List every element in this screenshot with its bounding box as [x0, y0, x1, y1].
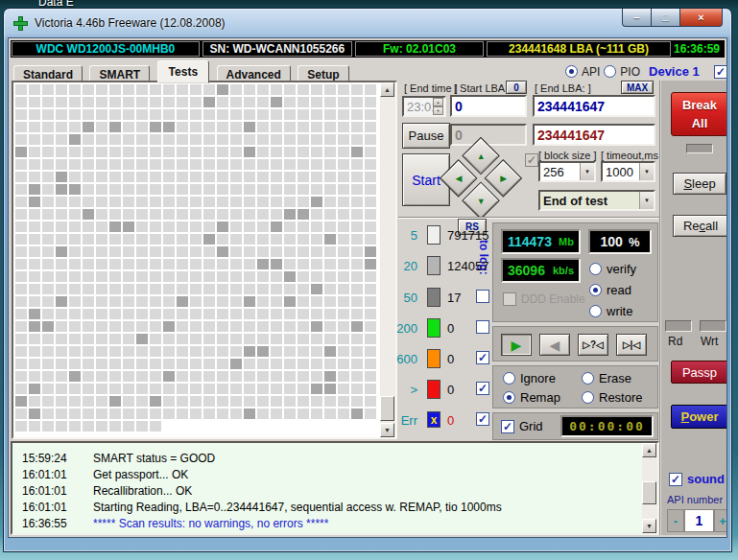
to-log-checkbox-gt[interactable]: ✓	[476, 382, 489, 395]
sound-checkbox[interactable]: ✓	[669, 473, 682, 486]
block-size-label: [ block size ]	[538, 150, 597, 161]
block-size-select[interactable]: 256 ▼	[538, 161, 596, 182]
start-lba-input[interactable]: 0	[450, 95, 527, 117]
app-window: Victoria 4.46b Freeware (12.08.2008) – □…	[3, 8, 732, 552]
log-entry: 16:01:01Get passport... OK	[12, 466, 657, 482]
legend-label: 50	[391, 291, 417, 305]
ignore-radio[interactable]	[503, 372, 515, 385]
grid-option[interactable]: ✓ Grid	[501, 419, 543, 433]
block-map-cells	[14, 83, 379, 436]
to-log-checkbox-600[interactable]: ✓	[476, 351, 489, 364]
break-all-button[interactable]: BreakAll	[671, 92, 727, 136]
to-log-checkbox-err[interactable]: ✓	[476, 412, 489, 426]
ignore-option[interactable]: Ignore	[503, 371, 556, 385]
pause-button[interactable]: Pause	[402, 123, 450, 149]
max-button[interactable]: MAX	[621, 81, 654, 94]
legend-label: 20	[391, 259, 417, 273]
drive-model: WDC WD1200JS-00MHB0	[12, 41, 200, 57]
read-radio[interactable]	[589, 284, 602, 296]
dropdown-icon[interactable]: ▼	[580, 163, 594, 180]
dropdown-icon[interactable]: ▼	[639, 163, 654, 180]
end-action-select[interactable]: End of test ▼	[538, 190, 655, 211]
pio-label: PIO	[620, 65, 640, 79]
legend-label: 200	[391, 321, 417, 336]
back-button[interactable]: ◀	[539, 334, 570, 356]
scroll-up-icon[interactable]: ▲	[380, 82, 394, 97]
recall-button[interactable]: Recall	[673, 215, 727, 237]
api-minus-button[interactable]: -	[667, 509, 684, 532]
defect-action-panel: Ignore Erase Remap Restore	[492, 365, 658, 408]
pio-radio[interactable]	[604, 65, 616, 78]
rd-label: Rd	[668, 335, 682, 348]
title-bar[interactable]: Victoria 4.46b Freeware (12.08.2008) – □…	[4, 9, 731, 37]
legend-value: 17	[447, 291, 461, 305]
timeout-select[interactable]: 1000 ▼	[601, 161, 655, 182]
erase-option[interactable]: Erase	[582, 371, 631, 385]
legend-color-box	[427, 225, 440, 245]
arrow-down-icon: ▼	[477, 196, 486, 205]
seek-end-button[interactable]: ▷|◁	[616, 334, 647, 356]
legend-value: 124057	[447, 259, 488, 273]
legend-value: 0	[447, 352, 454, 366]
drive-info-bar: WDC WD1200JS-00MHB0 SN: WD-WCANN1055266 …	[11, 40, 725, 58]
verify-option[interactable]: verify	[589, 262, 636, 276]
hints-group: ✓ Hints	[714, 65, 727, 79]
stats-panel: 114473 Mb 100 % 36096 kb/s DDD Enable ve…	[492, 222, 658, 322]
device-label: Device 1	[649, 64, 700, 79]
power-button[interactable]: Power	[671, 405, 727, 429]
write-radio[interactable]	[589, 305, 602, 317]
legend-value: 791715	[447, 228, 488, 243]
read-option[interactable]: read	[589, 283, 631, 297]
scroll-up-icon[interactable]: ▲	[642, 443, 656, 457]
end-lba-input[interactable]: 234441647	[533, 95, 655, 117]
write-option[interactable]: write	[589, 304, 632, 318]
scrollbar-thumb[interactable]	[642, 481, 656, 504]
close-button[interactable]: ×	[679, 9, 723, 27]
ddd-enable-group: DDD Enable	[503, 292, 585, 306]
restore-radio[interactable]	[582, 391, 594, 404]
minimize-button[interactable]: –	[622, 9, 652, 27]
spin-down-icon[interactable]: ▼	[433, 106, 443, 115]
window-title: Victoria 4.46b Freeware (12.08.2008)	[35, 16, 226, 30]
end-time-spinner[interactable]: 23:01 ▲ ▼	[402, 96, 446, 117]
loop-checkbox: ✓	[525, 153, 538, 167]
time-spin-buttons[interactable]: ▲ ▼	[433, 98, 443, 115]
spin-up-icon[interactable]: ▲	[433, 98, 443, 106]
legend-label: 5	[391, 228, 417, 243]
current-lba-field: 0	[450, 124, 527, 146]
arrow-up-icon: ▲	[477, 152, 486, 161]
to-log-checkbox-200[interactable]	[476, 320, 489, 334]
wrt-label: Wrt	[701, 335, 718, 348]
arrow-left-icon: ◀	[455, 174, 462, 183]
legend-value: 0	[447, 413, 454, 428]
maximize-button[interactable]: □	[652, 9, 679, 27]
tab-tests[interactable]: Tests	[157, 60, 209, 83]
remap-radio[interactable]	[503, 391, 515, 404]
api-plus-button[interactable]: +	[714, 509, 727, 532]
grid-checkbox[interactable]: ✓	[501, 420, 514, 433]
error-x-icon: x	[427, 411, 440, 428]
sound-option[interactable]: ✓ sound	[669, 472, 725, 486]
dropdown-icon[interactable]: ▼	[639, 192, 654, 209]
legend-color-box	[427, 288, 440, 307]
start-lba-zero-button[interactable]: 0	[506, 81, 527, 94]
legend-color-box	[427, 380, 440, 399]
hints-checkbox[interactable]: ✓	[714, 65, 727, 79]
api-radio[interactable]	[565, 65, 578, 78]
seek-arrows: ▲ ▶ ◀ ▼	[438, 137, 525, 224]
erase-radio[interactable]	[582, 372, 594, 385]
remap-option[interactable]: Remap	[503, 390, 560, 405]
sleep-button[interactable]: Sleep	[673, 173, 726, 195]
log-scrollbar[interactable]: ▲ ▼	[642, 443, 657, 533]
to-log-checkbox-50[interactable]	[476, 290, 489, 303]
passp-button[interactable]: Passp	[671, 361, 727, 384]
verify-seek-button[interactable]: ▷?◁	[578, 334, 608, 356]
verify-radio[interactable]	[589, 263, 602, 275]
api-number-value: 1	[684, 509, 714, 532]
play-button[interactable]: ▶	[501, 334, 532, 356]
transport-panel: ▶ ◀ ▷?◁ ▷|◁	[492, 326, 658, 362]
client-area: WDC WD1200JS-00MHB0 SN: WD-WCANN1055266 …	[8, 37, 727, 538]
restore-option[interactable]: Restore	[582, 390, 643, 405]
scroll-down-icon[interactable]: ▼	[642, 519, 656, 533]
mode-group: API PIO Device 1	[565, 64, 700, 79]
